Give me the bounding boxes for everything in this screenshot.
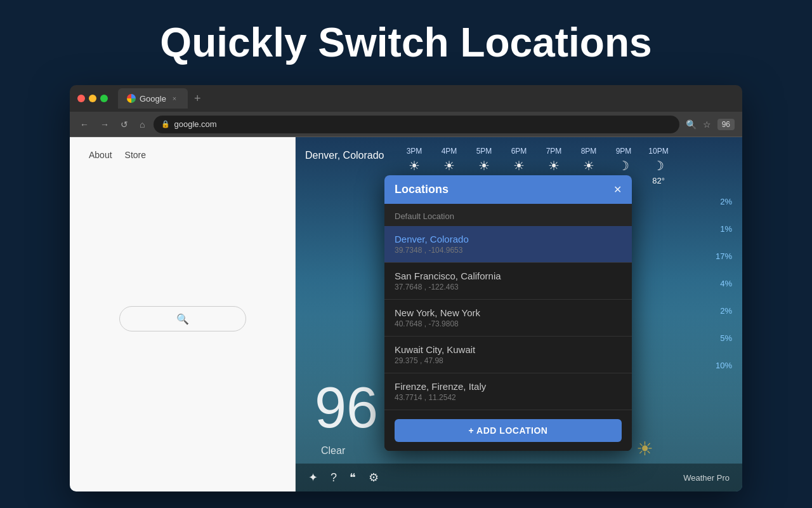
settings-icon[interactable]: ⚙ xyxy=(369,471,379,485)
google-panel: About Store 🔍 xyxy=(70,137,296,491)
zoom-button[interactable]: 🔍 xyxy=(686,119,697,130)
weather-toolbar: ✦ ? ❝ ⚙ Weather Pro xyxy=(296,464,742,491)
toolbar-icons: ✦ ? ❝ ⚙ xyxy=(308,471,379,485)
time-label-9pm: 9PM xyxy=(616,147,632,156)
modal-footer: + ADD LOCATION xyxy=(384,410,632,451)
weather-icon-6pm: ☀ xyxy=(513,158,525,173)
weather-icon-4pm: ☀ xyxy=(443,158,455,173)
location-item-firenze[interactable]: Firenze, Firenze, Italy 43.7714 , 11.254… xyxy=(384,373,632,410)
time-col-10pm: 10PM ☽ 82° xyxy=(641,147,676,185)
weather-icon-10pm: ☽ xyxy=(653,158,664,173)
traffic-lights xyxy=(77,95,108,102)
temp-10pm: 82° xyxy=(652,176,665,185)
maximize-window-button[interactable] xyxy=(100,95,108,102)
precip-right-7: 10% xyxy=(705,352,742,379)
search-icon: 🔍 xyxy=(176,313,189,325)
google-favicon-icon xyxy=(127,94,136,103)
sun-decoration-icon: ☀ xyxy=(636,438,653,460)
google-about-link[interactable]: About xyxy=(89,150,112,160)
location-name-sanfrancisco: San Francisco, California xyxy=(395,271,622,281)
time-label-8pm: 8PM xyxy=(581,147,597,156)
home-button[interactable]: ⌂ xyxy=(137,117,147,132)
weather-icon-8pm: ☀ xyxy=(583,158,594,173)
modal-close-button[interactable]: ✕ xyxy=(613,184,622,196)
time-label-3pm: 3PM xyxy=(407,147,422,156)
close-window-button[interactable] xyxy=(77,95,85,102)
time-label-6pm: 6PM xyxy=(511,147,527,156)
time-label-10pm: 10PM xyxy=(648,147,668,156)
location-coords-sanfrancisco: 37.7648 , -122.463 xyxy=(395,283,622,291)
precip-right-2: 1% xyxy=(705,215,742,243)
weather-icon-5pm: ☀ xyxy=(478,158,490,173)
modal-header: Locations ✕ xyxy=(384,175,632,204)
weather-condition: Clear xyxy=(321,445,345,457)
location-item-kuwait[interactable]: Kuwait City, Kuwait 29.375 , 47.98 xyxy=(384,337,632,373)
weather-panel: Denver, Colorado 3PM ☀ 0% 4PM ☀ 1% 5PM ☀ xyxy=(296,137,742,491)
modal-title: Locations xyxy=(395,183,449,196)
weather-pro-label: Weather Pro xyxy=(683,473,730,483)
page-title: Quickly Switch Locations xyxy=(160,19,652,66)
precip-right-6: 5% xyxy=(705,324,742,352)
quote-icon[interactable]: ❝ xyxy=(350,471,356,485)
location-pin-icon[interactable]: ✦ xyxy=(308,471,318,485)
precip-right-3: 17% xyxy=(705,243,742,270)
time-label-7pm: 7PM xyxy=(546,147,562,156)
location-name-denver: Denver, Colorado xyxy=(395,234,622,244)
lock-icon: 🔒 xyxy=(161,120,170,128)
weather-icon-3pm: ☀ xyxy=(409,158,420,173)
precip-right-5: 2% xyxy=(705,297,742,324)
browser-content: About Store 🔍 Denver, Colorado 3PM ☀ 0% xyxy=(70,137,742,491)
tab-close-button[interactable]: × xyxy=(170,94,179,103)
location-item-denver[interactable]: Denver, Colorado 39.7348 , -104.9653 xyxy=(384,226,632,263)
location-name-firenze: Firenze, Firenze, Italy xyxy=(395,381,622,392)
tab-label: Google xyxy=(140,94,166,104)
location-name-newyork: New York, New York xyxy=(395,307,622,318)
big-temperature: 96 xyxy=(315,375,378,441)
refresh-button[interactable]: ↺ xyxy=(118,117,131,132)
google-search-container: 🔍 xyxy=(89,306,276,331)
weather-location-label: Denver, Colorado xyxy=(305,147,384,161)
url-display: google.com xyxy=(174,119,216,129)
location-coords-newyork: 40.7648 , -73.9808 xyxy=(395,319,622,328)
back-button[interactable]: ← xyxy=(77,117,91,132)
google-nav: About Store xyxy=(89,150,276,160)
location-coords-kuwait: 29.375 , 47.98 xyxy=(395,356,622,365)
forward-button[interactable]: → xyxy=(98,117,112,132)
tab-bar: Google × + xyxy=(118,88,735,109)
google-search-box[interactable]: 🔍 xyxy=(119,306,246,331)
location-item-newyork[interactable]: New York, New York 40.7648 , -73.9808 xyxy=(384,300,632,337)
weather-icon-9pm: ☽ xyxy=(618,158,629,173)
locations-modal[interactable]: Locations ✕ Default Location Denver, Col… xyxy=(384,175,632,451)
add-location-button[interactable]: + ADD LOCATION xyxy=(395,419,622,442)
minimize-window-button[interactable] xyxy=(89,95,96,102)
time-label-5pm: 5PM xyxy=(476,147,492,156)
nav-bar: ← → ↺ ⌂ 🔒 google.com 🔍 ☆ 96 xyxy=(70,112,742,137)
google-store-link[interactable]: Store xyxy=(125,150,146,160)
modal-section-label: Default Location xyxy=(384,204,632,226)
weather-icon-7pm: ☀ xyxy=(548,158,560,173)
location-coords-denver: 39.7348 , -104.9653 xyxy=(395,246,622,255)
location-coords-firenze: 43.7714 , 11.2542 xyxy=(395,393,622,402)
precip-right-1: 2% xyxy=(705,188,742,215)
precip-right-4: 4% xyxy=(705,270,742,297)
bookmark-button[interactable]: ☆ xyxy=(703,119,711,130)
right-precips: 2% 1% 17% 4% 2% 5% 10% xyxy=(705,188,742,379)
new-tab-button[interactable]: + xyxy=(190,92,205,105)
browser-chrome: Google × + xyxy=(70,85,742,112)
help-icon[interactable]: ? xyxy=(331,471,337,485)
browser-tab-google[interactable]: Google × xyxy=(118,88,188,109)
address-bar[interactable]: 🔒 google.com xyxy=(154,116,679,133)
extensions-badge[interactable]: 96 xyxy=(717,119,735,130)
location-name-kuwait: Kuwait City, Kuwait xyxy=(395,344,622,355)
browser-window: Google × + ← → ↺ ⌂ 🔒 google.com 🔍 ☆ 96 A… xyxy=(70,85,742,491)
nav-actions: 🔍 ☆ 96 xyxy=(686,119,735,130)
location-item-sanfrancisco[interactable]: San Francisco, California 37.7648 , -122… xyxy=(384,263,632,300)
time-label-4pm: 4PM xyxy=(442,147,457,156)
